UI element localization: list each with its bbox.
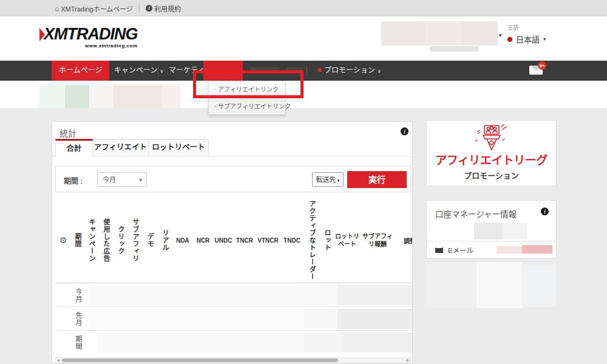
col-nda[interactable]: NDA — [172, 198, 193, 283]
period-select-value: 今月 — [103, 176, 116, 183]
period-select[interactable]: 今月 ∨ — [97, 172, 147, 187]
language-label: 言語 — [507, 24, 546, 32]
home-link-label: XMTradingホームページ — [61, 4, 133, 13]
main-nav: ホームページ キャンペーン∨ マーケティング素材 プロモーション∨ 9+ — [0, 61, 607, 81]
chevron-down-icon: ∨ — [138, 173, 143, 186]
scrollbar-thumb[interactable] — [62, 359, 338, 362]
nav-item-promotions[interactable]: プロモーション∨ — [310, 61, 388, 81]
chevron-down-icon: ▾ — [543, 36, 546, 42]
info-icon: i — [146, 5, 152, 12]
mail-badge: 9+ — [538, 61, 546, 70]
redacted-block — [476, 262, 522, 308]
col-lots[interactable]: ロット — [320, 198, 334, 283]
redacted-block — [474, 223, 502, 240]
flag-dot-icon — [507, 37, 512, 42]
stats-tabs: 合計 アフィリエイト ロットリベート — [52, 139, 412, 157]
stats-table-body: 今月 先月 期間 — [55, 283, 412, 354]
redacted-block — [344, 332, 412, 352]
col-tndc[interactable]: TNDC — [280, 198, 304, 283]
tab-lot-rebate[interactable]: ロットリベート — [148, 139, 209, 156]
terms-link[interactable]: i 利用規約 — [146, 4, 181, 13]
chevron-down-icon: ▾ — [337, 178, 339, 183]
nav-item-redacted-active[interactable] — [203, 61, 243, 81]
col-demo[interactable]: デモ — [143, 198, 158, 283]
col-vtncr[interactable]: VTNCR — [256, 198, 280, 283]
col-tncr[interactable]: TNCR — [234, 198, 256, 283]
row-label: 今月 — [71, 283, 86, 307]
menu-item-subaffiliate-link[interactable]: · サブアフィリエイトリンク — [209, 98, 285, 114]
redacted-block — [304, 332, 344, 352]
home-link[interactable]: ⌂ XMTradingホームページ — [55, 4, 133, 13]
redacted-block — [89, 285, 304, 305]
promo-subtitle: プロモーション — [427, 169, 556, 181]
tab-total[interactable]: 合計 — [55, 139, 93, 157]
row-label: 先月 — [71, 307, 86, 331]
redacted-block — [114, 85, 162, 108]
home-icon: ⌂ — [55, 4, 59, 13]
xm-logo[interactable]: XMTRADING www.xmtrading.com — [39, 26, 138, 49]
promo-title: アフィリエイトリーグ — [427, 155, 556, 167]
affiliate-league-icon — [427, 124, 556, 155]
col-subaffiliate[interactable]: サブアフィリ — [128, 198, 143, 283]
table-row-last-month[interactable]: 先月 — [55, 306, 412, 330]
redacted-block — [89, 309, 304, 329]
statistics-panel: 統計 i 合計 アフィリエイト ロットリベート 期間 : 今月 ∨ 転送先▾ 実… — [52, 121, 413, 364]
redacted-block — [250, 67, 279, 73]
redacted-block — [304, 309, 337, 329]
divider — [158, 66, 158, 76]
col-subaffiliate-reward[interactable]: サブアフィリ報酬 — [361, 198, 395, 283]
affiliate-league-banner[interactable]: アフィリエイトリーグ プロモーション — [426, 120, 557, 186]
col-lot-rebate[interactable]: ロットリベート — [334, 198, 361, 283]
redacted-block — [502, 223, 527, 240]
redacted-block — [39, 85, 65, 108]
info-icon[interactable]: i — [401, 127, 409, 135]
horizontal-scrollbar[interactable]: ◄ ► — [55, 357, 411, 363]
header: XMTRADING www.xmtrading.com ▾ 言語 日本語 ▾ — [0, 16, 607, 61]
redacted-block — [337, 309, 412, 329]
email-label: Eメール — [448, 245, 473, 255]
redacted-block — [337, 285, 412, 305]
redacted-block — [522, 245, 552, 254]
col-clicks[interactable]: クリック — [114, 198, 128, 283]
scroll-right-arrow[interactable]: ► — [405, 358, 410, 363]
redacted-block — [425, 262, 476, 308]
col-campaign[interactable]: キャンペーン — [84, 198, 99, 283]
logo-text: XMTRADING — [44, 25, 138, 43]
redacted-block — [98, 332, 304, 352]
divider — [139, 4, 140, 13]
col-undc[interactable]: UNDC — [213, 198, 234, 283]
new-dot-icon — [317, 68, 322, 72]
redacted-block — [162, 85, 180, 108]
gear-icon[interactable]: ⚙ — [59, 235, 67, 245]
language-selector[interactable]: 言語 日本語 ▾ — [507, 24, 546, 45]
table-row-period[interactable]: 期間 — [55, 330, 412, 354]
forward-button[interactable]: 転送先▾ — [312, 172, 344, 187]
redacted-block — [89, 85, 114, 108]
page: ⌂ XMTradingホームページ i 利用規約 XMTRADING www.x… — [0, 0, 607, 364]
info-icon[interactable]: i — [541, 207, 549, 215]
chevron-down-icon[interactable]: ▾ — [499, 32, 502, 38]
redacted-block — [65, 85, 89, 108]
col-ads-used[interactable]: 使用した広告 — [99, 198, 114, 283]
divider — [307, 66, 307, 76]
col-ncr[interactable]: NCR — [193, 198, 213, 283]
account-manager-card: 口座マネージャー情報 i Eメール — [426, 200, 557, 258]
col-adjustment[interactable]: 調整 — [395, 198, 412, 283]
run-button[interactable]: 実行 — [347, 171, 407, 188]
nav-item-home[interactable]: ホームページ — [52, 61, 109, 81]
col-real[interactable]: リアル — [158, 198, 172, 283]
scroll-left-arrow[interactable]: ◄ — [56, 358, 61, 363]
table-row-this-month[interactable]: 今月 — [55, 283, 412, 306]
col-period[interactable]: 期間 — [71, 198, 84, 283]
tab-affiliate[interactable]: アフィリエイト — [92, 139, 149, 156]
redacted-block — [287, 67, 302, 73]
col-active-traders[interactable]: アクティブなトレーダー — [304, 198, 320, 283]
menu-item-affiliate-link[interactable]: · アフィリエイトリンク — [209, 81, 285, 98]
divider — [427, 241, 556, 241]
redacted-block — [304, 285, 337, 305]
account-manager-title: 口座マネージャー情報 — [435, 207, 517, 220]
redacted-block — [497, 246, 522, 254]
mail-button[interactable]: 9+ — [529, 64, 548, 78]
summary-band — [0, 81, 607, 108]
redacted-block — [430, 46, 478, 52]
